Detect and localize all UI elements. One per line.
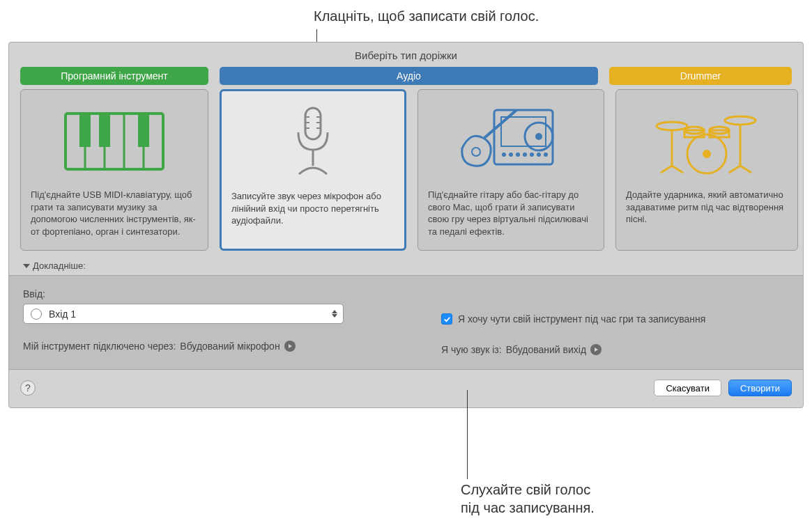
- drumkit-icon: [626, 100, 788, 183]
- svg-line-35: [729, 166, 740, 173]
- svg-point-24: [530, 153, 534, 157]
- card-drummer[interactable]: Додайте ударника, який автоматично задав…: [615, 89, 798, 251]
- create-button[interactable]: Створити: [728, 380, 792, 396]
- callout-text: Клацніть, щоб записати свій голос.: [314, 8, 539, 24]
- triangle-down-icon: [23, 264, 30, 268]
- keyboard-icon: [31, 100, 198, 183]
- svg-point-21: [509, 153, 513, 157]
- callout-text-line2: під час записування.: [461, 499, 595, 517]
- details-disclosure[interactable]: Докладніше:: [9, 258, 803, 275]
- tab-label: Аудіо: [397, 70, 421, 81]
- tab-label: Drummer: [680, 70, 721, 81]
- input-label: Ввід:: [23, 288, 358, 299]
- dialog-title: Виберіть тип доріжки: [9, 42, 803, 67]
- card-audio-microphone[interactable]: Записуйте звук через мікрофон або лінійн…: [220, 89, 406, 251]
- footer-buttons: Скасувати Створити: [654, 380, 792, 396]
- card-description: Під'єднайте USB MIDI-клавіатуру, щоб гра…: [31, 189, 198, 237]
- tab-audio[interactable]: Аудіо: [220, 67, 598, 85]
- arrow-right-icon[interactable]: [284, 341, 296, 352]
- details-label: Докладніше:: [33, 260, 86, 271]
- svg-point-20: [502, 153, 506, 157]
- callout-record-voice: Клацніть, щоб записати свій голос.: [314, 8, 539, 24]
- svg-rect-8: [305, 108, 321, 139]
- button-label: Створити: [740, 383, 780, 393]
- card-audio-guitar[interactable]: Під'єднайте гітару або бас-гітару до сво…: [418, 89, 604, 251]
- card-description: Записуйте звук через мікрофон або лінійн…: [231, 190, 394, 227]
- output-label: Я чую звук із:: [441, 344, 502, 355]
- callout-text-line1: Слухайте свій голос: [461, 481, 595, 499]
- svg-rect-5: [79, 114, 91, 147]
- output-value: Вбудований вихід: [506, 344, 586, 355]
- svg-point-26: [544, 153, 548, 157]
- microphone-icon: [231, 101, 394, 185]
- instrument-connection-info: Мій інструмент підключено через: Вбудова…: [23, 341, 358, 352]
- svg-point-38: [703, 150, 711, 158]
- tab-software-instrument[interactable]: Програмний інструмент: [20, 67, 208, 85]
- callout-listen-voice: Слухайте свій голос під час записування.: [461, 481, 595, 517]
- monitor-checkbox[interactable]: [441, 313, 452, 325]
- callout-line: [467, 390, 468, 479]
- svg-line-36: [740, 166, 751, 173]
- help-button[interactable]: ?: [20, 380, 36, 396]
- dialog-footer: ? Скасувати Створити: [9, 370, 803, 399]
- monitor-checkbox-row: Я хочу чути свій інструмент під час гри …: [441, 313, 789, 325]
- monitor-label: Я хочу чути свій інструмент під час гри …: [458, 313, 705, 325]
- guitar-amp-icon: [428, 100, 594, 183]
- svg-line-32: [672, 166, 683, 173]
- updown-icon: [332, 310, 337, 318]
- card-description: Додайте ударника, який автоматично задав…: [626, 189, 788, 226]
- connection-value: Вбудований мікрофон: [180, 341, 279, 352]
- tab-drummer[interactable]: Drummer: [609, 67, 792, 85]
- svg-point-29: [657, 122, 687, 130]
- radio-icon: [31, 309, 42, 320]
- connection-label: Мій інструмент підключено через:: [23, 341, 176, 352]
- arrow-right-icon[interactable]: [590, 344, 602, 355]
- svg-point-25: [537, 153, 541, 157]
- input-column: Ввід: Вхід 1 Мій інструмент підключено ч…: [23, 288, 358, 355]
- card-description: Під'єднайте гітару або бас-гітару до сво…: [428, 189, 594, 237]
- tab-label: Програмний інструмент: [61, 70, 167, 81]
- cancel-button[interactable]: Скасувати: [654, 380, 721, 396]
- svg-rect-17: [501, 117, 546, 146]
- svg-point-33: [725, 116, 756, 125]
- track-type-tabs: Програмний інструмент Аудіо Drummer: [9, 67, 803, 89]
- svg-rect-6: [99, 114, 110, 147]
- svg-point-19: [535, 133, 542, 140]
- output-info: Я чую звук із: Вбудований вихід: [441, 344, 789, 355]
- svg-line-31: [661, 166, 672, 173]
- details-panel: Ввід: Вхід 1 Мій інструмент підключено ч…: [9, 275, 803, 370]
- track-option-cards: Під'єднайте USB MIDI-клавіатуру, щоб гра…: [9, 89, 803, 258]
- monitor-column: Я хочу чути свій інструмент під час гри …: [441, 288, 789, 355]
- svg-point-28: [472, 148, 480, 156]
- svg-point-22: [516, 153, 520, 157]
- new-track-dialog: Виберіть тип доріжки Програмний інструме…: [8, 42, 804, 408]
- input-value: Вхід 1: [49, 309, 76, 320]
- input-select[interactable]: Вхід 1: [23, 304, 344, 324]
- svg-point-23: [523, 153, 527, 157]
- button-label: Скасувати: [666, 383, 710, 393]
- card-software-instrument[interactable]: Під'єднайте USB MIDI-клавіатуру, щоб гра…: [20, 89, 208, 251]
- svg-rect-7: [138, 114, 149, 147]
